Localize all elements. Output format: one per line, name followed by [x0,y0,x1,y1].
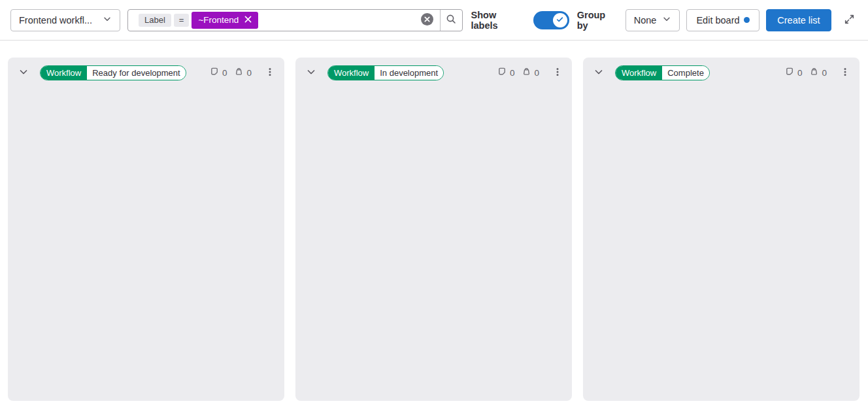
label-value: Ready for development [87,66,185,80]
list-header: Workflow Complete 0 0 [583,58,860,88]
issue-count: 0 [210,67,227,78]
weight-count: 0 [234,67,252,78]
list-counts: 0 0 [785,67,827,78]
label-value: Complete [662,66,709,80]
issue-count-value: 0 [797,68,803,78]
issue-count-value: 0 [222,68,227,78]
issues-icon [785,67,795,78]
filter-search-input[interactable] [258,10,420,31]
maximize-icon [844,14,855,27]
list-body[interactable] [583,88,860,401]
board-list-in-development: Workflow In development 0 0 [295,58,572,401]
issues-icon [497,67,507,78]
weight-count-value: 0 [822,68,827,78]
remove-token-icon[interactable] [244,15,252,25]
list-scoped-label[interactable]: Workflow In development [327,65,444,80]
list-settings-button[interactable] [550,65,565,80]
chevron-down-icon [18,67,29,79]
weight-count: 0 [522,67,539,78]
issue-count: 0 [785,67,803,78]
list-settings-button[interactable] [837,65,853,80]
list-scoped-label[interactable]: Workflow Complete [615,65,710,80]
list-body[interactable] [8,88,284,401]
collapse-list-button[interactable] [303,65,319,80]
list-scoped-label[interactable]: Workflow Ready for development [40,65,186,80]
show-labels-label: Show labels [471,10,526,31]
list-counts: 0 0 [497,67,539,78]
chevron-down-icon [662,14,671,26]
ellipsis-vertical-icon [840,67,850,79]
filter-token-key[interactable]: Label [139,14,171,27]
weight-count-value: 0 [534,68,539,78]
label-scope: Workflow [328,66,375,80]
issue-count: 0 [497,67,515,78]
board-toolbar: Frontend workfl... Label = ~Frontend Sho… [0,0,868,41]
clear-icon [421,13,433,27]
search-button[interactable] [441,10,462,31]
issue-board: Workflow Ready for development 0 0 [0,41,868,401]
weight-count: 0 [809,67,827,78]
collapse-list-button[interactable] [16,65,31,80]
list-settings-button[interactable] [262,65,278,80]
ellipsis-vertical-icon [552,67,563,79]
clear-search-button[interactable] [421,14,434,27]
toggle-focus-mode-button[interactable] [841,12,858,29]
board-list-complete: Workflow Complete 0 0 [583,58,860,401]
list-body[interactable] [295,88,572,401]
issues-icon [210,67,220,78]
weight-icon [522,67,531,78]
search-icon [446,14,456,26]
chevron-down-icon [593,67,604,79]
label-scope: Workflow [616,66,662,80]
board-switcher-dropdown[interactable]: Frontend workfl... [10,9,120,31]
label-value: In development [375,66,443,80]
board-switcher-label: Frontend workfl... [19,15,92,26]
group-by-value: None [634,15,657,26]
collapse-list-button[interactable] [591,65,607,80]
board-list-ready-for-development: Workflow Ready for development 0 0 [8,58,284,401]
group-by-dropdown[interactable]: None [626,9,680,31]
toggle-knob [553,13,567,27]
filter-token-value[interactable]: ~Frontend [192,12,258,29]
chevron-down-icon [103,14,112,26]
ellipsis-vertical-icon [265,67,275,79]
label-scope: Workflow [41,66,87,80]
weight-icon [234,67,244,78]
show-labels-toggle[interactable] [533,11,569,29]
weight-icon [809,67,819,78]
check-icon [556,15,564,26]
list-header: Workflow Ready for development 0 0 [8,58,284,88]
weight-count-value: 0 [246,68,252,78]
chevron-down-icon [306,67,316,79]
list-header: Workflow In development 0 0 [295,58,572,88]
filter-token-operator[interactable]: = [174,14,190,27]
edit-board-label: Edit board [696,15,739,26]
list-counts: 0 0 [210,67,252,78]
notification-dot [744,17,750,23]
filtered-search-bar[interactable]: Label = ~Frontend [127,9,463,31]
filter-token-value-label: ~Frontend [198,15,239,25]
create-list-button[interactable]: Create list [766,9,831,31]
edit-board-button[interactable]: Edit board [686,9,759,31]
group-by-label: Group by [577,10,619,31]
issue-count-value: 0 [510,68,515,78]
